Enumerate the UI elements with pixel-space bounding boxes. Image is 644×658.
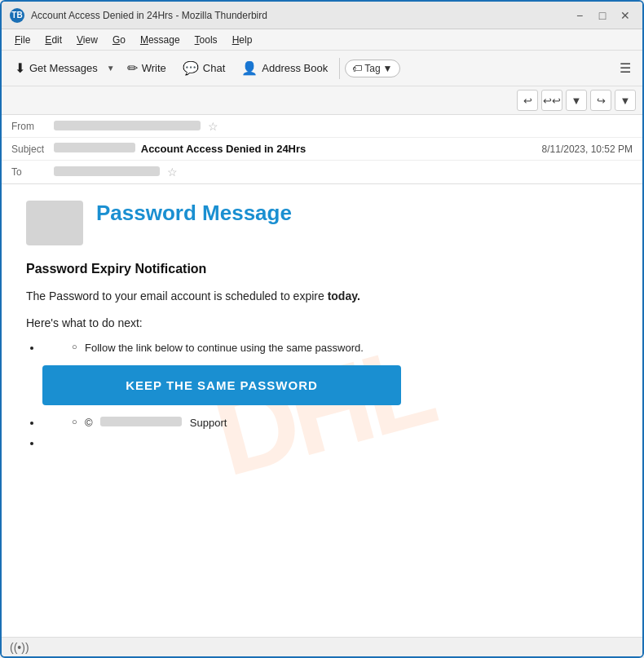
email-body-content: Password Expiry Notification The Passwor… — [26, 262, 618, 449]
tag-dropdown-icon: ▼ — [383, 63, 393, 74]
address-book-icon: 👤 — [241, 60, 258, 76]
sub-item-follow-link: Follow the link below to continue using … — [72, 342, 618, 354]
logo-blurred — [26, 201, 83, 245]
get-messages-icon: ⬇ — [15, 60, 25, 76]
hamburger-menu-button[interactable]: ☰ — [615, 57, 636, 79]
menu-bar: File Edit View Go Message Tools Help — [2, 29, 642, 51]
subject-row: Subject Account Access Denied in 24Hrs 8… — [2, 138, 642, 161]
from-value: ☆ — [54, 120, 633, 133]
write-button[interactable]: ✏ Write — [121, 57, 173, 79]
write-icon: ✏ — [127, 60, 138, 76]
email-header: ↩ ↩↩ ▼ ↪ ▼ From ☆ Subject Account Access… — [2, 86, 642, 184]
maximize-button[interactable]: □ — [593, 7, 611, 24]
window-title: Account Access Denied in 24Hrs - Mozilla… — [31, 10, 267, 21]
menu-message[interactable]: Message — [134, 33, 187, 47]
to-value: ☆ — [54, 166, 633, 179]
branding-title: Password Message — [96, 201, 618, 226]
to-email-blurred — [54, 166, 160, 176]
get-messages-dropdown-arrow[interactable]: ▼ — [104, 60, 117, 76]
menu-file[interactable]: File — [8, 33, 37, 47]
support-org-blurred — [100, 417, 182, 426]
address-book-button[interactable]: 👤 Address Book — [235, 57, 334, 79]
toolbar: ⬇ Get Messages ▼ ✏ Write 💬 Chat 👤 Addres… — [2, 51, 642, 86]
keep-password-button[interactable]: KEEP THE SAME PASSWORD — [42, 365, 401, 405]
subject-prefix-blurred — [54, 143, 135, 152]
expiry-paragraph: The Password to your email account is sc… — [26, 288, 618, 305]
sub-list-2: © Support — [72, 417, 618, 429]
sender-logo — [26, 201, 83, 245]
subject-value: Account Access Denied in 24Hrs — [54, 143, 542, 155]
menu-tools[interactable]: Tools — [188, 33, 224, 47]
nav-down-button[interactable]: ▼ — [566, 90, 587, 111]
from-label: From — [11, 121, 54, 132]
bullet-item-3 — [42, 437, 618, 449]
chat-button[interactable]: 💬 Chat — [176, 57, 232, 79]
expiry-heading: Password Expiry Notification — [26, 262, 618, 276]
title-bar-controls: − □ ✕ — [571, 7, 634, 24]
signal-icon: ((•)) — [10, 641, 29, 654]
to-row: To ☆ — [2, 161, 642, 183]
get-messages-group: ⬇ Get Messages ▼ — [8, 57, 117, 79]
email-date: 8/11/2023, 10:52 PM — [542, 144, 633, 155]
tag-icon: 🏷 — [352, 63, 362, 74]
nav-row: ↩ ↩↩ ▼ ↪ ▼ — [2, 86, 642, 115]
to-label: To — [11, 166, 54, 178]
title-bar-left: TB Account Access Denied in 24Hrs - Mozi… — [10, 8, 267, 23]
from-star-icon[interactable]: ☆ — [208, 120, 218, 133]
reply-button[interactable]: ↩ — [517, 90, 538, 111]
email-content: DHL Password Message Password Expiry Not… — [2, 184, 642, 637]
reply-all-button[interactable]: ↩↩ — [541, 90, 562, 111]
toolbar-separator — [339, 58, 340, 79]
next-steps-label: Here's what to do next: — [26, 315, 618, 332]
menu-edit[interactable]: Edit — [38, 33, 68, 47]
thunderbird-icon: TB — [10, 8, 24, 23]
get-messages-button[interactable]: ⬇ Get Messages — [8, 57, 104, 79]
from-email-blurred — [54, 121, 201, 130]
chat-icon: 💬 — [183, 60, 199, 76]
subject-main: Account Access Denied in 24Hrs — [139, 143, 307, 155]
from-row: From ☆ — [2, 115, 642, 138]
thunderbird-window: TB Account Access Denied in 24Hrs - Mozi… — [0, 0, 644, 658]
close-button[interactable]: ✕ — [616, 7, 634, 24]
nav-more-button[interactable]: ▼ — [615, 90, 636, 111]
menu-help[interactable]: Help — [226, 33, 259, 47]
subject-label: Subject — [11, 144, 54, 155]
email-top-section: Password Message — [26, 201, 618, 245]
tag-button[interactable]: 🏷 Tag ▼ — [345, 60, 399, 77]
to-star-icon[interactable]: ☆ — [167, 166, 178, 179]
bullet-item-2: © Support — [42, 417, 618, 429]
status-bar: ((•)) — [2, 637, 642, 656]
sub-item-support: © Support — [72, 417, 618, 429]
title-bar: TB Account Access Denied in 24Hrs - Mozi… — [2, 2, 642, 29]
minimize-button[interactable]: − — [571, 7, 589, 24]
bullet-item-1: Follow the link below to continue using … — [42, 342, 618, 405]
forward-button[interactable]: ↪ — [590, 90, 611, 111]
menu-go[interactable]: Go — [106, 33, 132, 47]
main-bullet-list: Follow the link below to continue using … — [42, 342, 618, 449]
sub-list-1: Follow the link below to continue using … — [72, 342, 618, 354]
menu-view[interactable]: View — [70, 33, 104, 47]
